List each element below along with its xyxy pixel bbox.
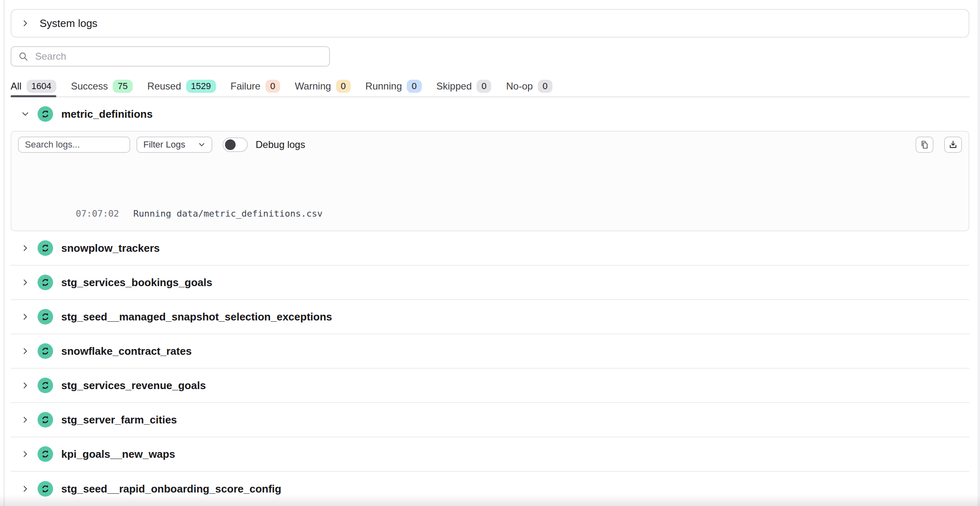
log-search-input[interactable] xyxy=(18,137,130,153)
chevron-right-icon[interactable] xyxy=(21,19,29,27)
reused-node-icon xyxy=(38,240,53,256)
node-name: stg_services_revenue_goals xyxy=(61,379,206,392)
debug-logs-toggle[interactable] xyxy=(223,137,248,152)
tab-label: Warning xyxy=(295,81,331,92)
log-timestamp: 07:07:02 xyxy=(76,208,119,219)
tab-count-badge: 1529 xyxy=(186,80,216,93)
tab-noop[interactable]: No-op 0 xyxy=(506,76,552,96)
node-row-kpi-goals-new-waps[interactable]: kpi_goals__new_waps xyxy=(11,437,969,472)
filter-logs-label: Filter Logs xyxy=(143,139,185,150)
chevron-right-icon[interactable] xyxy=(21,381,29,390)
tab-label: All xyxy=(11,81,22,92)
reused-node-icon xyxy=(38,309,53,325)
node-name: stg_services_bookings_goals xyxy=(61,276,212,289)
tab-count-badge: 0 xyxy=(336,80,351,93)
search-icon xyxy=(18,51,29,62)
search-box[interactable] xyxy=(11,46,330,67)
chevron-right-icon[interactable] xyxy=(21,485,29,493)
node-header-metric-definitions[interactable]: metric_definitions xyxy=(11,97,969,131)
node-row-stg-seed-managed-snapshot-selection-exceptions[interactable]: stg_seed__managed_snapshot_selection_exc… xyxy=(11,300,969,334)
filter-logs-dropdown[interactable]: Filter Logs xyxy=(136,137,212,153)
tab-count-badge: 0 xyxy=(538,80,552,93)
reused-node-icon xyxy=(38,343,53,359)
reused-node-icon xyxy=(38,378,53,393)
system-logs-label: System logs xyxy=(40,17,98,30)
log-toolbar: Filter Logs Debug logs xyxy=(18,137,962,153)
node-row-stg-services-bookings-goals[interactable]: stg_services_bookings_goals xyxy=(11,266,969,300)
log-panel: Filter Logs Debug logs xyxy=(11,131,969,231)
tab-label: No-op xyxy=(506,81,532,92)
chevron-down-icon[interactable] xyxy=(21,110,29,118)
tab-warning[interactable]: Warning 0 xyxy=(295,76,351,96)
reused-node-icon xyxy=(38,481,53,497)
tab-label: Running xyxy=(365,81,402,92)
tab-running[interactable]: Running 0 xyxy=(365,76,422,96)
chevron-down-icon xyxy=(198,141,205,148)
node-row-snowflake-contract-rates[interactable]: snowflake_contract_rates xyxy=(11,334,969,369)
tab-skipped[interactable]: Skipped 0 xyxy=(437,76,492,96)
reused-node-icon xyxy=(38,106,53,122)
download-logs-button[interactable] xyxy=(944,137,962,153)
chevron-right-icon[interactable] xyxy=(21,450,29,458)
node-name: stg_seed__managed_snapshot_selection_exc… xyxy=(61,311,332,323)
node-row-stg-seed-rapid-onboarding-score-config[interactable]: stg_seed__rapid_onboarding_score_config xyxy=(11,472,969,506)
download-icon xyxy=(948,140,958,150)
toggle-knob xyxy=(225,139,236,150)
node-name: metric_definitions xyxy=(61,108,153,121)
tab-label: Reused xyxy=(147,81,181,92)
chevron-right-icon[interactable] xyxy=(21,347,29,355)
search-input[interactable] xyxy=(35,51,323,62)
debug-logs-label: Debug logs xyxy=(256,139,305,150)
reused-node-icon xyxy=(38,446,53,462)
tab-success[interactable]: Success 75 xyxy=(71,76,133,96)
chevron-right-icon[interactable] xyxy=(21,313,29,321)
node-row-stg-services-revenue-goals[interactable]: stg_services_revenue_goals xyxy=(11,369,969,403)
chevron-right-icon[interactable] xyxy=(21,244,29,252)
reused-node-icon xyxy=(38,412,53,428)
copy-icon xyxy=(920,140,929,150)
node-name: stg_server_farm_cities xyxy=(61,414,177,426)
scrollbar-track[interactable] xyxy=(978,0,980,506)
log-message: Running data/metric_definitions.csv xyxy=(133,208,323,219)
tab-reused[interactable]: Reused 1529 xyxy=(147,76,216,96)
log-viewer-page: System logs All 1604 Success 75 Reused 1… xyxy=(4,0,980,506)
node-name: stg_seed__rapid_onboarding_score_config xyxy=(61,483,281,495)
tab-label: Success xyxy=(71,81,108,92)
node-name: snowplow_trackers xyxy=(61,242,160,255)
system-logs-row[interactable]: System logs xyxy=(11,9,969,38)
chevron-right-icon[interactable] xyxy=(21,278,29,287)
copy-logs-button[interactable] xyxy=(915,137,933,153)
log-line: 07:07:02Running data/metric_definitions.… xyxy=(22,190,962,231)
reused-node-icon xyxy=(38,275,53,290)
tab-count-badge: 0 xyxy=(477,80,491,93)
log-output: 07:07:02Running data/metric_definitions.… xyxy=(18,158,962,231)
node-name: kpi_goals__new_waps xyxy=(61,448,175,461)
node-name: snowflake_contract_rates xyxy=(61,345,192,358)
tab-count-badge: 0 xyxy=(407,80,421,93)
tab-failure[interactable]: Failure 0 xyxy=(231,76,281,96)
expanded-node-section: metric_definitions Filter Logs Debug log… xyxy=(11,97,969,231)
tab-label: Failure xyxy=(231,81,261,92)
node-list: snowplow_trackers stg_services_bookings_… xyxy=(11,231,969,506)
tab-count-badge: 1604 xyxy=(27,80,56,93)
tab-count-badge: 0 xyxy=(265,80,280,93)
tab-count-badge: 75 xyxy=(113,80,132,93)
tab-all[interactable]: All 1604 xyxy=(11,76,56,96)
tab-label: Skipped xyxy=(437,81,472,92)
status-tabs: All 1604 Success 75 Reused 1529 Failure … xyxy=(11,76,969,97)
chevron-right-icon[interactable] xyxy=(21,416,29,424)
node-row-stg-server-farm-cities[interactable]: stg_server_farm_cities xyxy=(11,403,969,437)
node-row-snowplow-trackers[interactable]: snowplow_trackers xyxy=(11,231,969,266)
